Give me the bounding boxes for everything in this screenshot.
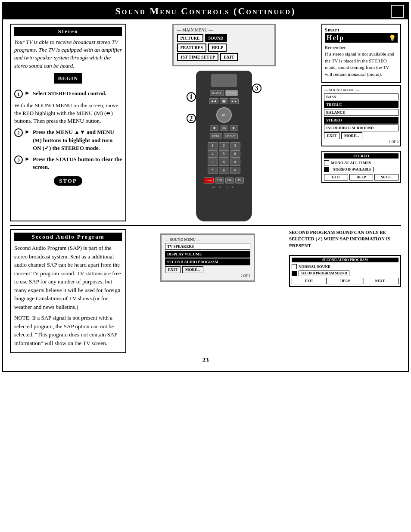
sound-page-indicator: 1 OF 2 (324, 140, 399, 144)
sound-menu-label: — SOUND MENU — (324, 88, 399, 92)
step3-text: Press the STATUS button to clear the scr… (33, 156, 122, 171)
mono-option-row: MONO AT ALL TIMES (324, 160, 399, 165)
remote-7: 7 (208, 159, 218, 166)
stereo-intro: Your TV is able to receive broadcast ste… (14, 38, 122, 70)
remote-center-btn: M (216, 107, 232, 123)
stereo-help-btn[interactable]: HELP (349, 174, 374, 180)
sound-menu-bottom-label: — SOUND MENU — (165, 237, 250, 242)
second-program-option-label: SECOND PROGRAM SOUND (299, 271, 349, 276)
step2-circle: 2 (14, 128, 23, 137)
remote-pause: ▮▮ (220, 98, 228, 104)
remote-numpad: 1 2 3 4 5 6 7 8 9 * 0 # (208, 142, 240, 174)
sap-submenu-title: SECOND AUDIO PROGRAM (292, 258, 399, 262)
remote-body: PLAY► STATUS ◄◄ ▮▮ ►► M ◀ (196, 71, 252, 221)
remote-with-steps: PLAY► STATUS ◄◄ ▮▮ ►► M ◀ (196, 71, 252, 221)
step1-block: 1 ► Select STEREO sound control. (14, 90, 122, 98)
step-label-3: 3 (252, 84, 262, 93)
step1-arrow: ► (25, 90, 30, 96)
sap-exit-btn[interactable]: EXIT (292, 278, 327, 284)
bulb-icon: 💡 (389, 34, 396, 42)
second-audio-item: SECOND AUDIO PROGRAM (165, 258, 250, 265)
remote-display: DISPLAY (224, 133, 238, 139)
page-wrapper: Sound Menu Controls (Continued) Stereo Y… (2, 2, 409, 372)
stereo-next-btn[interactable]: NEXT... (374, 174, 399, 180)
begin-badge: BEGIN (54, 73, 83, 84)
separator (10, 225, 401, 226)
remote-1: 1 (208, 142, 218, 149)
second-program-checkbox[interactable]: ✓ (292, 271, 297, 276)
right-panel: Smart Help 💡 Remember. If a stereo signa… (321, 24, 401, 221)
mono-checkbox[interactable] (324, 160, 329, 165)
help-label: Help (327, 34, 344, 42)
second-program-notice: SECOND PROGRAM SOUND CAN ONLY BE SELECTE… (289, 229, 401, 249)
stereo-if-available-label: STEREO IF AVAILABLE (331, 167, 374, 172)
remote-star: * (208, 167, 218, 174)
remote-power: PWR (204, 177, 214, 184)
sound-menu-bottom-display: — SOUND MENU — TV SPEAKERS DISPLAY VOLUM… (160, 233, 255, 282)
remote-0: 0 (219, 167, 229, 174)
main-menu-display: — MAIN MENU — PICTURE SOUND FEATURES HEL… (172, 24, 276, 66)
sound-stereo: STEREO (324, 117, 399, 124)
top-section: Stereo Your TV is able to receive broadc… (10, 24, 401, 221)
remote-rew: ◄◄ (209, 98, 218, 104)
normal-sound-checkbox[interactable] (292, 264, 297, 269)
remote-cable: CBL (225, 177, 234, 184)
menu-exit: EXIT (220, 53, 237, 61)
sap-submenu-btns: EXIT HELP NEXT... (292, 278, 399, 284)
menu-1st-setup: 1ST TIME SETUP (177, 53, 219, 61)
sound-more-btn[interactable]: MORE... (341, 132, 362, 139)
menu-sound: SOUND (205, 34, 227, 42)
normal-sound-row: NORMAL SOUND (292, 264, 399, 269)
step2-arrow: ► (25, 128, 30, 135)
remote-play: PLAY► (210, 90, 224, 96)
step2-text: Press the MENU ▲▼ and MENU (M) buttons t… (33, 128, 122, 152)
remote-6: 6 (230, 150, 240, 158)
step-label-1: 1 (187, 92, 196, 102)
sap-next-btn[interactable]: NEXT... (364, 278, 399, 284)
sap-panel-title: Second Audio Program (14, 233, 122, 241)
begin-center: BEGIN (14, 73, 122, 87)
stereo-exit-btn[interactable]: EXIT (324, 174, 348, 180)
sound-menu-box: — SOUND MENU — BASS TREBLE BALANCE STERE… (321, 85, 401, 146)
sap-text2: NOTE: If a SAP signal is not present wit… (14, 314, 122, 347)
remember-text: Remember. If a stereo signal is not avai… (325, 44, 398, 78)
step3-block: 3 ► Press the STATUS button to clear the… (14, 156, 122, 171)
page-header: Sound Menu Controls (Continued) (3, 3, 408, 19)
sound-balance: BALANCE (324, 109, 399, 116)
step1-text: Select STEREO sound control. (33, 90, 106, 97)
remote-screen (211, 74, 237, 87)
tv-speakers-item: TV SPEAKERS (165, 243, 250, 250)
remote-2: 2 (219, 142, 229, 149)
smart-help-box: Smart Help 💡 Remember. If a stereo signa… (321, 24, 401, 83)
remote-menu: MENU (210, 133, 222, 139)
remote-8: 8 (219, 159, 229, 166)
display-volume-item: DISPLAY VOLUME (165, 251, 250, 258)
main-menu-label: — MAIN MENU — (177, 28, 271, 32)
sap-submenu-box: SECOND AUDIO PROGRAM NORMAL SOUND ✓ SECO… (289, 255, 401, 287)
bottom-exit-btn[interactable]: EXIT (165, 266, 181, 273)
stereo-option-row: ✓ STEREO IF AVAILABLE (324, 167, 399, 172)
sound-exit-btn[interactable]: EXIT (324, 132, 339, 139)
remote-status: STATUS (225, 90, 238, 96)
menu-picture: PICTURE (177, 34, 203, 42)
sap-text1: Second Audio Program (SAP) is part of th… (14, 244, 122, 311)
bottom-section: Second Audio Program Second Audio Progra… (10, 229, 401, 353)
center-area: — MAIN MENU — PICTURE SOUND FEATURES HEL… (131, 24, 317, 221)
normal-sound-label: NORMAL SOUND (299, 264, 330, 269)
stop-badge: STOP (54, 176, 82, 186)
step1-circle: 1 (14, 90, 23, 98)
menu-features: FEATURES (177, 44, 207, 52)
second-program-row: ✓ SECOND PROGRAM SOUND (292, 271, 399, 276)
step-label-2: 2 (187, 114, 196, 123)
bottom-center: — SOUND MENU — TV SPEAKERS DISPLAY VOLUM… (131, 229, 285, 353)
remote-9: 9 (230, 159, 240, 166)
step3-arrow: ► (25, 156, 30, 162)
stereo-submenu-box: STEREO MONO AT ALL TIMES ✓ STEREO IF AVA… (321, 151, 401, 183)
remote-ok: OK (220, 125, 228, 131)
remote-tv: TV (235, 177, 244, 184)
bottom-more-btn[interactable]: MORE... (182, 266, 203, 273)
sap-help-btn[interactable]: HELP (328, 278, 363, 284)
remote-5: 5 (219, 150, 229, 158)
step3-circle: 3 (14, 156, 23, 164)
stereo-checkbox[interactable]: ✓ (324, 167, 329, 172)
